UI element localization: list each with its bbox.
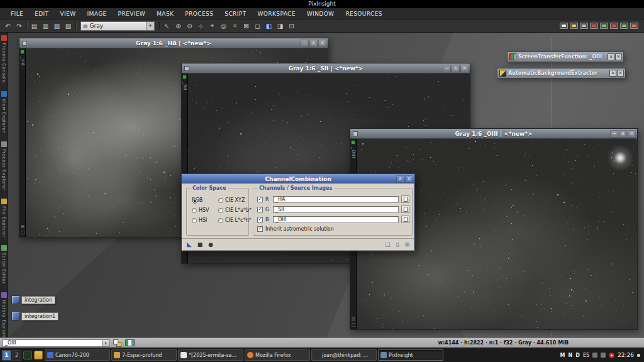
- close-button[interactable]: ×: [628, 130, 636, 138]
- network-icon[interactable]: [601, 353, 606, 358]
- close-button[interactable]: ×: [460, 65, 469, 72]
- terminal-launcher-icon[interactable]: [23, 351, 32, 359]
- workspace-monitor-icon[interactable]: [580, 23, 588, 29]
- clock[interactable]: 22:26: [618, 352, 634, 358]
- dialog-titlebar[interactable]: ChannelCombination ∧ ×: [182, 174, 414, 184]
- channel-image-input[interactable]: _OIII: [273, 216, 399, 223]
- channel-image-input[interactable]: _HA: [273, 196, 399, 203]
- shade-button[interactable]: ∧: [396, 175, 404, 183]
- open-image-icon[interactable]: ▥: [40, 21, 51, 31]
- iconize-button[interactable]: −: [443, 65, 451, 72]
- menu-item[interactable]: IMAGE: [82, 11, 113, 17]
- workspace-monitor-icon[interactable]: [630, 23, 638, 29]
- dock-tab[interactable]: History Explorer: [1, 292, 7, 337]
- workspace-monitor-icon[interactable]: [610, 23, 618, 29]
- process-icon-integration[interactable]: integration: [11, 295, 55, 304]
- shade-button[interactable]: ∧: [452, 65, 460, 72]
- menu-item[interactable]: WINDOW: [301, 11, 340, 17]
- edit-instance-icon[interactable]: □: [385, 242, 391, 248]
- menu-item[interactable]: WORKSPACE: [252, 11, 301, 17]
- select-image-button[interactable]: [401, 195, 409, 203]
- close-button[interactable]: ×: [615, 53, 622, 60]
- workspace-button[interactable]: 2: [12, 350, 21, 361]
- new-image-icon[interactable]: ▤: [29, 21, 40, 31]
- workspace-button[interactable]: 1: [2, 350, 11, 361]
- close-button[interactable]: ×: [318, 40, 326, 47]
- palette-icon[interactable]: [125, 339, 135, 346]
- redo-icon[interactable]: ↷: [14, 21, 25, 31]
- color-space-radio[interactable]: CIE L*c*h*: [218, 217, 252, 223]
- workspace-monitor-icon[interactable]: [590, 23, 598, 29]
- window-menu-icon[interactable]: [353, 131, 358, 136]
- stf-process-window[interactable]: ScreenTransferFunction: _OIII ∧ ×: [507, 52, 624, 62]
- taskbar-window-button[interactable]: *[2025-ermita-sa...: [178, 349, 243, 361]
- menu-item[interactable]: RESOURCES: [340, 11, 387, 17]
- zoom-out-mode-icon[interactable]: ⊖: [184, 21, 195, 31]
- iconize-button[interactable]: −: [610, 130, 618, 138]
- window-menu-icon[interactable]: [184, 66, 189, 71]
- menu-item[interactable]: PREVIEW: [113, 11, 152, 17]
- select-image-button[interactable]: [401, 216, 409, 223]
- process-properties-icon[interactable]: ⊞: [404, 242, 409, 248]
- fit-view-icon[interactable]: ◻: [252, 21, 263, 31]
- channel-checkbox[interactable]: [257, 197, 263, 202]
- view-zoom-icons[interactable]: ⊞▢: [350, 317, 357, 328]
- dock-tab[interactable]: View Explorer: [1, 91, 7, 133]
- workspace-monitor-icon[interactable]: [570, 23, 578, 29]
- taskbar-window-button[interactable]: Canon70-200: [45, 349, 110, 361]
- view-zoom-icons[interactable]: ⊞▢: [19, 224, 26, 236]
- taskbar-window-button[interactable]: 7-Espai-profund: [111, 349, 177, 361]
- chevron-down-icon[interactable]: ▾: [146, 22, 154, 30]
- notification-icon[interactable]: [609, 353, 614, 358]
- tray-app-icon[interactable]: N: [569, 353, 573, 358]
- workspace-monitor-icon[interactable]: [620, 23, 628, 29]
- menu-item[interactable]: PROCESS: [179, 11, 219, 17]
- channel-image-input[interactable]: _SII: [273, 206, 399, 213]
- iconize-button[interactable]: −: [301, 40, 309, 47]
- link-views-icon[interactable]: ⊡: [286, 21, 297, 31]
- workspace-monitor-icon[interactable]: [600, 23, 608, 29]
- image-mode-dropdown[interactable]: ▦ Gray ▾: [80, 21, 155, 31]
- dock-tab[interactable]: Process Explorer: [1, 141, 7, 190]
- dynamic-crop-icon[interactable]: ⊠: [241, 21, 252, 31]
- window-titlebar[interactable]: Gray 1:6 _OIII | <*new*> − ∧ ×: [350, 129, 637, 139]
- shade-button[interactable]: ∧: [609, 70, 616, 77]
- save-image-icon[interactable]: ▧: [52, 21, 62, 31]
- window-titlebar[interactable]: Gray 1:6 _SII | <*new*> − ∧ ×: [182, 63, 470, 74]
- readout-mode-icon[interactable]: ◎: [218, 21, 229, 31]
- new-instance-icon[interactable]: ◣: [187, 241, 192, 248]
- keyboard-layout-indicator[interactable]: ES: [583, 353, 589, 358]
- color-space-radio[interactable]: CIE XYZ: [218, 197, 252, 203]
- active-view-dropdown[interactable]: _OIII ▾: [3, 339, 109, 347]
- close-image-icon[interactable]: ▨: [63, 21, 74, 31]
- process-icon-integration1[interactable]: integration1: [11, 312, 58, 321]
- fg-bg-colors-icon[interactable]: [113, 339, 121, 347]
- tray-app-icon[interactable]: D: [575, 353, 580, 358]
- stf-auto-stretch-icon[interactable]: ◧: [264, 21, 274, 31]
- menu-item[interactable]: SCRIPT: [219, 11, 252, 17]
- apply-global-icon[interactable]: ■: [197, 242, 203, 248]
- color-space-radio[interactable]: HSV: [192, 207, 218, 213]
- dock-tab[interactable]: File Explorer: [1, 199, 7, 238]
- close-button[interactable]: ×: [405, 175, 413, 183]
- shade-button[interactable]: ∧: [309, 40, 318, 47]
- window-titlebar[interactable]: Gray 1:6 _HA | <*new*> − ∧ ×: [19, 38, 328, 48]
- volume-icon[interactable]: [592, 353, 597, 358]
- undo-icon[interactable]: ↶: [3, 21, 13, 31]
- window-menu-icon[interactable]: [22, 41, 27, 46]
- channel-checkbox[interactable]: [257, 207, 263, 212]
- shade-button[interactable]: ∧: [608, 53, 614, 60]
- center-view-icon[interactable]: ⌖: [207, 21, 218, 31]
- workspace-monitor-icon[interactable]: [560, 23, 568, 29]
- menu-item[interactable]: EDIT: [29, 11, 54, 17]
- tray-app-icon[interactable]: M: [560, 353, 565, 358]
- zoom-in-mode-icon[interactable]: ⊕: [173, 21, 184, 31]
- menu-item[interactable]: VIEW: [55, 11, 82, 17]
- abe-process-window[interactable]: AutomaticBackgroundExtractor ∧ ×: [497, 68, 626, 79]
- menu-item[interactable]: MASK: [151, 11, 179, 17]
- select-image-button[interactable]: [401, 206, 409, 213]
- color-space-radio[interactable]: HSI: [192, 217, 218, 223]
- menu-item[interactable]: FILE: [5, 11, 29, 17]
- color-space-radio[interactable]: CIE L*a*b*: [218, 207, 252, 213]
- select-mode-icon[interactable]: ↖: [162, 21, 172, 31]
